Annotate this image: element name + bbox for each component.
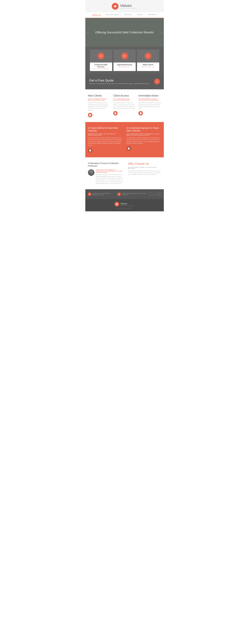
orange-title-undeniable: An Undeniable Approach for Rapid Debt Co… [126, 127, 161, 132]
service-card-c: C Debtor Search EFFECTIVE AND FAST [137, 50, 159, 71]
logo-name: Valuex [120, 4, 138, 8]
nav-who-we-serve[interactable]: WHO WE SERVE [106, 14, 119, 16]
service-sub-a: DEBT RECOVERY SERVICE [91, 68, 111, 70]
orange-sub-undeniable: FEW COMPANIES OFFER A NETWORK OF LOCAL D… [126, 133, 161, 136]
avatar-image [88, 169, 94, 176]
service-icon-area-a: A [90, 50, 112, 62]
phone-icon: ✆ [88, 192, 91, 196]
col-title-client-access: Client Access [113, 94, 136, 97]
avatar [88, 169, 94, 176]
footer-logo-sub: COLLECTION AGENCY [120, 205, 135, 206]
col-title-immediate-action: Immediate Action [138, 94, 161, 97]
service-card-b: B Legal Debt Recovery VAST EXPERIENCE [114, 50, 136, 71]
col-text-new-clients: Corporately we company often knows thems… [88, 102, 110, 111]
edit-icon: ✎ [156, 80, 158, 83]
col-new-clients: New Clients YOU'VE CHOSEN THE RIGHT DEBT… [88, 94, 110, 117]
col-title-new-clients: New Clients [88, 94, 110, 97]
logo-sub: Collection Agency [120, 8, 138, 9]
col-subtitle-new-clients: YOU'VE CHOSEN THE RIGHT DEBT COLLECTION … [88, 98, 110, 101]
nav-rates[interactable]: RATES [138, 14, 142, 16]
social-twitter[interactable]: t [153, 192, 156, 196]
service-icon-area-b: B [114, 50, 136, 62]
three-cols-section: New Clients YOU'VE CHOSEN THE RIGHT DEBT… [85, 89, 164, 122]
col-text-client-access: An increasing numbers of collections age… [113, 102, 136, 110]
pursuit-right: Why Choose Us WE ARE EXPERTS IN DEBT COL… [128, 162, 161, 184]
quote-sub: REQUEST A FREE QUOTE NOW AND GET THE BES… [89, 83, 154, 84]
pursuit-left-title: A Relentless Pursuit of Collection Perfe… [88, 162, 124, 168]
service-card-a: A Commercial Debt Recovery DEBT RECOVERY… [90, 50, 112, 71]
nav-contacts[interactable]: CONTACTS [148, 14, 156, 16]
hero-section: ‹ Offering Successful Debt Collection Re… [85, 18, 164, 47]
service-sub-b: VAST EXPERIENCE [115, 66, 134, 68]
hero-content: Offering Successful Debt Collection Resu… [95, 30, 154, 34]
service-title-a: Commercial Debt Recovery [91, 64, 111, 68]
location-icon: ● [117, 192, 121, 196]
pursuit-right-text: Strong debt is best produced through deb… [128, 170, 161, 176]
phone-label: TELEPHONE: +1 000 443 8053 [92, 193, 107, 194]
footer-copyright: © Valuex 2014 All rights reserved [117, 208, 132, 209]
logo-text: Valuex Collection Agency [120, 4, 138, 9]
svg-point-2 [114, 6, 116, 7]
quote-section: Get a Free Quote REQUEST A FREE QUOTE NO… [85, 74, 164, 89]
why-sub: WE ARE EXPERTS IN DEBT COLLECTION AND RE… [128, 167, 161, 169]
services-section: A Commercial Debt Recovery DEBT RECOVERY… [85, 47, 164, 74]
col-immediate-action: Immediate Action WE ARE EXPERTS IN DEBT … [138, 94, 161, 117]
orange-col-expert: An Expert Method to Rapid Debt Collectio… [88, 127, 122, 153]
doc-icon-1: 📄 [89, 114, 91, 116]
pursuit-person-text-body: Corporately any company often knows them… [96, 174, 124, 184]
address-label: OFFICE: 1234 BUILDING BLVD STE 200 [122, 193, 141, 194]
social-instagram[interactable]: in [158, 192, 161, 196]
service-title-b: Legal Debt Recovery [115, 64, 134, 66]
service-title-c: Debtor Search [138, 64, 158, 66]
footer-logo-icon [114, 202, 119, 206]
service-circle-b: B [121, 52, 128, 60]
nav-services[interactable]: SERVICES [124, 14, 132, 16]
pursuit-left: A Relentless Pursuit of Collection Perfe… [88, 162, 124, 184]
social-facebook[interactable]: f [148, 192, 152, 196]
hero-prev-arrow[interactable]: ‹ [88, 31, 88, 34]
orange-text-undeniable: Your local partner is aware of the natio… [126, 137, 161, 144]
service-circle-a: A [98, 52, 104, 60]
header: Valuex Collection Agency [85, 0, 164, 12]
orange-col-undeniable: An Undeniable Approach for Rapid Debt Co… [126, 127, 161, 153]
pursuit-person-text: THERE ARE FEW SECRETS TO SUCCESSFUL COLL… [96, 169, 124, 184]
footer-logo-name: Valuex [120, 202, 135, 205]
doc-icon-3: 📄 [140, 112, 142, 114]
pursuit-section: A Relentless Pursuit of Collection Perfe… [85, 157, 164, 189]
orange-btn-undeniable[interactable]: 📄 [126, 146, 131, 151]
quote-button[interactable]: ✎ [154, 78, 160, 84]
footer-phone: ✆ TELEPHONE: +1 000 443 8053 E-MAIL: INF… [88, 192, 116, 196]
doc-icon-4: 📄 [89, 149, 91, 152]
quote-title: Get a Free Quote [89, 78, 154, 82]
pursuit-right-title: Why Choose Us [128, 162, 161, 166]
orange-text-expert: Any many companies specialise in this so… [88, 137, 122, 146]
service-sub-c: EFFECTIVE AND FAST [138, 66, 158, 68]
doc-icon-2: 📄 [114, 112, 116, 114]
orange-section: An Expert Method to Rapid Debt Collectio… [85, 122, 164, 157]
service-icon-area-c: C [137, 50, 159, 62]
pursuit-person-subtitle: THERE ARE FEW SECRETS TO SUCCESSFUL COLL… [96, 169, 124, 173]
col-text-immediate-action: Many debtors have specific laws regulati… [138, 102, 161, 110]
logo-icon [112, 3, 118, 10]
footer-bottom: Valuex COLLECTION AGENCY © Valuex 2014 A… [85, 199, 164, 211]
footer-logo: Valuex COLLECTION AGENCY [114, 202, 135, 206]
nav-about-us[interactable]: ABOUT US [92, 14, 101, 16]
col-subtitle-immediate-action: WE ARE EXPERTS IN DEBT COLLECTION AND RE… [138, 98, 161, 101]
footer-top: ✆ TELEPHONE: +1 000 443 8053 E-MAIL: INF… [85, 189, 164, 199]
col-icon-btn-immediate-action[interactable]: 📄 [138, 111, 143, 116]
orange-btn-expert[interactable]: 📄 [88, 148, 92, 153]
footer-social: f t in [148, 192, 161, 196]
hero-headline: Offering Successful Debt Collection Resu… [95, 30, 154, 34]
doc-icon-5: 📄 [128, 148, 130, 150]
service-circle-c: C [145, 52, 152, 60]
orange-sub-expert: INTERNATIONAL DEBT COLLECTION IS A SPECI… [88, 133, 122, 136]
col-subtitle-client-access: IT'S A SECTION OF OUR COLLECTION SERVICE… [113, 98, 136, 101]
orange-title-expert: An Expert Method to Rapid Debt Collectio… [88, 127, 122, 132]
pursuit-person: THERE ARE FEW SECRETS TO SUCCESSFUL COLL… [88, 169, 124, 184]
col-icon-btn-client-access[interactable]: 📄 [113, 111, 118, 116]
col-client-access: Client Access IT'S A SECTION OF OUR COLL… [113, 94, 136, 117]
main-nav: ABOUT US WHO WE SERVE SERVICES RATES CON… [85, 12, 164, 18]
footer-address: ● OFFICE: 1234 BUILDING BLVD STE 200 CHI… [117, 192, 147, 196]
col-icon-btn-new-clients[interactable]: 📄 [88, 113, 92, 117]
hero-next-arrow[interactable]: › [161, 31, 162, 34]
